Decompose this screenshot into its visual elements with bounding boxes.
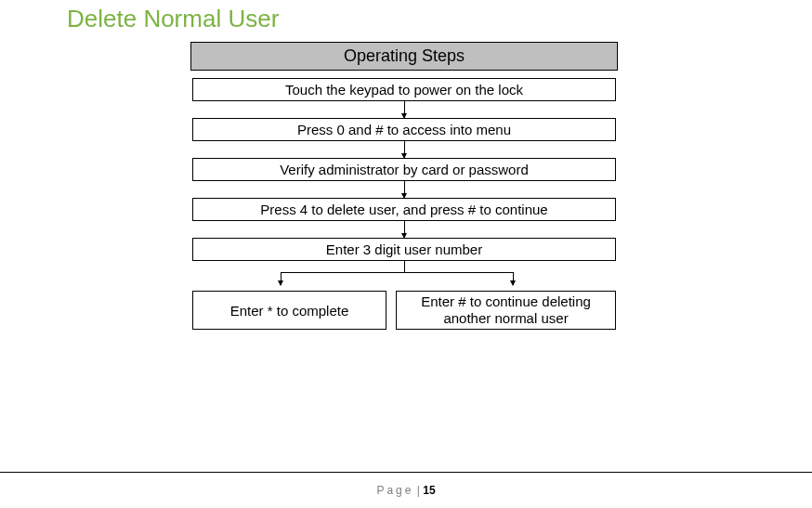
flowchart: Operating Steps Touch the keypad to powe… xyxy=(190,42,618,330)
page-footer: Page | 15 xyxy=(0,484,812,497)
arrow-down-icon xyxy=(404,101,405,118)
footer-divider xyxy=(0,472,812,473)
step-3: Verify administrator by card or password xyxy=(192,158,616,181)
footer-label: Page xyxy=(376,484,413,497)
step-2: Press 0 and # to access into menu xyxy=(192,118,616,141)
branch-complete: Enter * to complete xyxy=(192,291,386,330)
page-number: 15 xyxy=(423,484,435,497)
footer-sep: | xyxy=(413,484,423,497)
steps-header: Operating Steps xyxy=(190,42,618,71)
arrow-down-icon xyxy=(404,221,405,238)
branch-continue: Enter # to continue deleting another nor… xyxy=(396,291,616,330)
branch-connector xyxy=(192,261,616,291)
step-5: Enter 3 digit user number xyxy=(192,238,616,261)
branch-row: Enter * to complete Enter # to continue … xyxy=(192,291,616,330)
step-1: Touch the keypad to power on the lock xyxy=(192,78,616,101)
arrow-down-icon xyxy=(404,141,405,158)
step-4: Press 4 to delete user, and press # to c… xyxy=(192,198,616,221)
arrow-down-icon xyxy=(404,181,405,198)
section-title: Delete Normal User xyxy=(67,5,812,33)
